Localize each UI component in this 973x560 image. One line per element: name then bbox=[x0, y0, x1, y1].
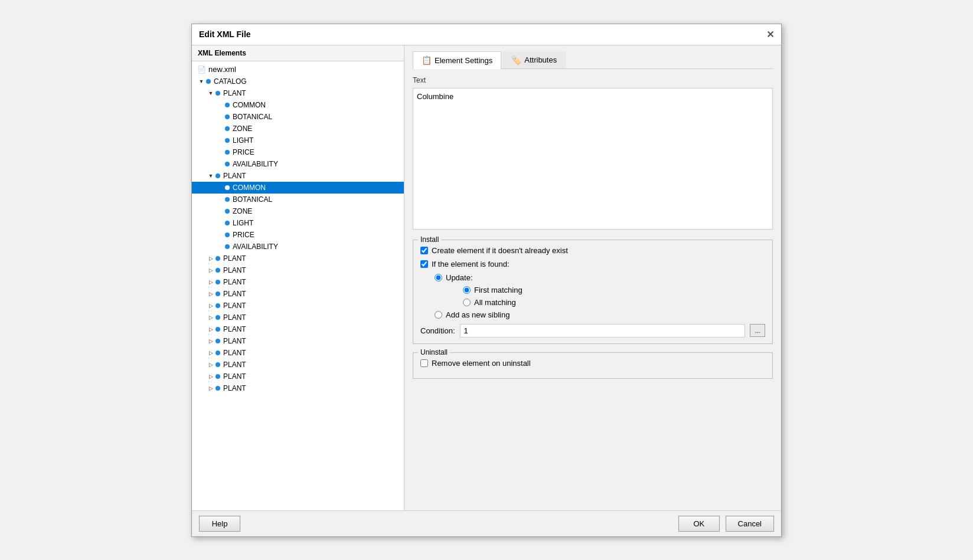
price2-dot bbox=[225, 232, 230, 237]
expand-plant3-icon[interactable]: ▷ bbox=[206, 254, 216, 263]
tree-node-availability1[interactable]: AVAILABILITY bbox=[192, 158, 404, 170]
expand-plant9-icon[interactable]: ▷ bbox=[206, 325, 216, 334]
tree-node-plant3[interactable]: ▷ PLANT bbox=[192, 253, 404, 264]
add-sibling-row: Add as new sibling bbox=[435, 310, 765, 319]
tree-node-light2[interactable]: LIGHT bbox=[192, 217, 404, 229]
expand-plant1-icon[interactable]: ▼ bbox=[206, 89, 216, 98]
tree-node-price1[interactable]: PRICE bbox=[192, 146, 404, 158]
update-radio-label: Update: bbox=[446, 273, 473, 282]
tree-node-plant2[interactable]: ▼ PLANT bbox=[192, 170, 404, 182]
expand-plant8-icon[interactable]: ▷ bbox=[206, 313, 216, 322]
create-element-label: Create element if it doesn't already exi… bbox=[432, 246, 568, 255]
first-matching-label: First matching bbox=[474, 286, 523, 294]
add-sibling-label: Add as new sibling bbox=[446, 310, 510, 319]
tree-node-plant13[interactable]: ▷ PLANT bbox=[192, 371, 404, 382]
plant6-label: PLANT bbox=[223, 290, 246, 298]
expand-catalog-icon[interactable]: ▼ bbox=[197, 77, 206, 86]
first-matching-radio[interactable] bbox=[463, 286, 471, 294]
browse-button[interactable]: ... bbox=[750, 324, 765, 337]
file-item[interactable]: 📄 new.xml bbox=[192, 64, 404, 76]
expand-plant10-icon[interactable]: ▷ bbox=[206, 336, 216, 346]
plant6-dot bbox=[216, 292, 220, 296]
bottom-bar: Help OK Cancel bbox=[192, 510, 781, 536]
text-input[interactable]: Columbine bbox=[413, 88, 773, 230]
plant10-dot bbox=[216, 339, 220, 343]
cancel-button[interactable]: Cancel bbox=[726, 516, 774, 532]
all-matching-radio[interactable] bbox=[463, 299, 471, 306]
condition-input[interactable] bbox=[460, 324, 745, 338]
tree-node-plant6[interactable]: ▷ PLANT bbox=[192, 288, 404, 300]
tree-node-plant4[interactable]: ▷ PLANT bbox=[192, 264, 404, 276]
create-element-checkbox[interactable] bbox=[420, 247, 428, 254]
tree-node-common2[interactable]: COMMON bbox=[192, 182, 404, 194]
plant7-label: PLANT bbox=[223, 302, 246, 310]
expand-plant6-icon[interactable]: ▷ bbox=[206, 289, 216, 299]
matching-options: First matching All matching bbox=[435, 286, 765, 307]
create-element-row: Create element if it doesn't already exi… bbox=[420, 246, 765, 255]
tree-node-zone2[interactable]: ZONE bbox=[192, 205, 404, 217]
tree-node-plant1[interactable]: ▼ PLANT bbox=[192, 87, 404, 99]
tree-node-plant11[interactable]: ▷ PLANT bbox=[192, 347, 404, 359]
expand-plant14-icon[interactable]: ▷ bbox=[206, 384, 216, 393]
plant5-label: PLANT bbox=[223, 278, 246, 286]
plant13-dot bbox=[216, 374, 220, 379]
update-radio-row: Update: bbox=[435, 273, 765, 282]
tree-node-plant14[interactable]: ▷ PLANT bbox=[192, 382, 404, 394]
close-icon[interactable]: ✕ bbox=[766, 29, 774, 40]
plant14-dot bbox=[216, 386, 220, 391]
remove-element-checkbox[interactable] bbox=[420, 359, 428, 367]
tree-node-botanical1[interactable]: BOTANICAL bbox=[192, 111, 404, 123]
tree-node-price2[interactable]: PRICE bbox=[192, 229, 404, 241]
tree-node-plant12[interactable]: ▷ PLANT bbox=[192, 359, 404, 371]
update-radio[interactable] bbox=[435, 274, 442, 281]
tree-node-catalog[interactable]: ▼ CATALOG bbox=[192, 76, 404, 87]
plant12-label: PLANT bbox=[223, 361, 246, 369]
plant4-dot bbox=[216, 268, 220, 273]
plant4-label: PLANT bbox=[223, 266, 246, 274]
tree-node-botanical2[interactable]: BOTANICAL bbox=[192, 194, 404, 205]
light1-dot bbox=[225, 138, 230, 143]
all-matching-label: All matching bbox=[474, 298, 516, 307]
dialog-body: XML Elements 📄 new.xml ▼ CATALOG ▼ bbox=[192, 45, 781, 510]
expand-plant2-icon[interactable]: ▼ bbox=[206, 171, 216, 181]
tree-node-plant5[interactable]: ▷ PLANT bbox=[192, 276, 404, 288]
light2-label: LIGHT bbox=[233, 219, 253, 227]
tree-node-common1[interactable]: ▷ COMMON bbox=[192, 99, 404, 111]
tree-node-zone1[interactable]: ZONE bbox=[192, 123, 404, 135]
title-bar: Edit XML File ✕ bbox=[192, 24, 781, 45]
tree-container[interactable]: 📄 new.xml ▼ CATALOG ▼ PLANT ▷ bbox=[192, 61, 404, 510]
ok-button[interactable]: OK bbox=[678, 516, 720, 532]
tree-node-plant7[interactable]: ▷ PLANT bbox=[192, 300, 404, 312]
expand-plant13-icon[interactable]: ▷ bbox=[206, 372, 216, 381]
common1-dot bbox=[225, 103, 230, 107]
plant1-label: PLANT bbox=[223, 89, 246, 97]
update-options: Update: First matching All matching bbox=[420, 273, 765, 319]
if-found-checkbox[interactable] bbox=[420, 260, 428, 268]
plant8-label: PLANT bbox=[223, 313, 246, 322]
tab-element-settings[interactable]: 📋 Element Settings bbox=[413, 51, 501, 69]
botanical2-dot bbox=[225, 197, 230, 202]
plant7-dot bbox=[216, 303, 220, 308]
condition-label: Condition: bbox=[420, 326, 455, 335]
zone1-dot bbox=[225, 126, 230, 131]
help-button[interactable]: Help bbox=[199, 516, 240, 532]
tree-node-plant10[interactable]: ▷ PLANT bbox=[192, 335, 404, 347]
add-sibling-radio[interactable] bbox=[435, 311, 442, 319]
tab-attributes[interactable]: 🏷️ Attributes bbox=[502, 51, 566, 68]
expand-plant5-icon[interactable]: ▷ bbox=[206, 277, 216, 287]
tree-node-light1[interactable]: LIGHT bbox=[192, 135, 404, 146]
tree-node-availability2[interactable]: AVAILABILITY bbox=[192, 241, 404, 253]
catalog-label: CATALOG bbox=[214, 77, 247, 86]
xml-file-icon: 📄 bbox=[197, 65, 206, 74]
expand-plant7-icon[interactable]: ▷ bbox=[206, 301, 216, 310]
expand-plant11-icon[interactable]: ▷ bbox=[206, 348, 216, 358]
plant9-label: PLANT bbox=[223, 325, 246, 333]
tree-node-plant8[interactable]: ▷ PLANT bbox=[192, 312, 404, 323]
condition-row: Condition: ... bbox=[420, 324, 765, 338]
expand-plant4-icon[interactable]: ▷ bbox=[206, 266, 216, 275]
availability2-label: AVAILABILITY bbox=[233, 243, 278, 251]
tree-node-plant9[interactable]: ▷ PLANT bbox=[192, 323, 404, 335]
plant8-dot bbox=[216, 315, 220, 320]
availability1-label: AVAILABILITY bbox=[233, 160, 278, 168]
expand-plant12-icon[interactable]: ▷ bbox=[206, 360, 216, 369]
